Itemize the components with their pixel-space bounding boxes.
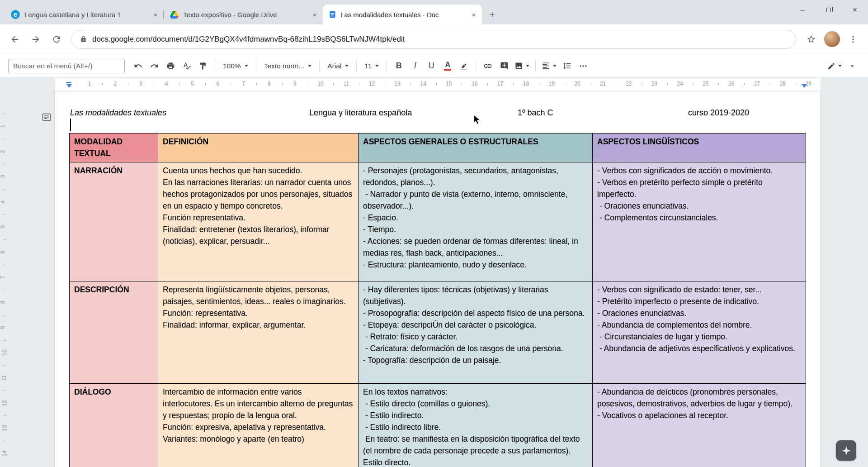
drive-favicon-icon bbox=[170, 11, 179, 19]
back-icon bbox=[10, 34, 20, 44]
chevron-down-icon bbox=[553, 65, 557, 67]
line-spacing-button[interactable] bbox=[559, 58, 575, 74]
table-row-descripcion: DESCRIPCIÓN Representa lingüísticamente … bbox=[70, 281, 806, 384]
undo-button[interactable] bbox=[130, 58, 146, 74]
cell-general[interactable]: - Personajes (protagonistas, secundarios… bbox=[359, 162, 593, 281]
doc-course-text[interactable]: curso 2019-2020 bbox=[688, 107, 749, 119]
window-minimize-button[interactable]: – bbox=[789, 0, 816, 20]
header-aspectos-linguisticos[interactable]: ASPECTOS LINGÜÍSTICOS bbox=[593, 133, 806, 162]
vertical-ruler: 1234567891011121314 bbox=[0, 91, 9, 467]
cell-definition[interactable]: Cuenta unos hechos que han sucedido. En … bbox=[158, 162, 359, 281]
address-bar[interactable]: docs.google.com/document/d/1G2YBgQX4v4fd… bbox=[71, 30, 796, 49]
more-options-button[interactable] bbox=[576, 58, 591, 74]
text-color-button[interactable]: A bbox=[440, 58, 455, 74]
chevron-collapse-icon bbox=[848, 62, 856, 70]
explore-button[interactable] bbox=[836, 440, 856, 461]
left-indent-marker[interactable] bbox=[66, 84, 72, 88]
cell-linguistic[interactable]: - Abundancia de deícticos (pronombres pe… bbox=[593, 384, 806, 467]
back-button[interactable] bbox=[5, 30, 24, 49]
new-tab-button[interactable]: + bbox=[486, 8, 499, 21]
document-canvas: 1234567891011121314 Las modalidades text… bbox=[0, 91, 868, 467]
cell-definition[interactable]: Representa lingüísticamente objetos, per… bbox=[158, 281, 359, 384]
tab-title: Texto expositivo - Google Drive bbox=[183, 11, 306, 19]
line-spacing-icon bbox=[563, 62, 571, 70]
zoom-select[interactable]: 100% bbox=[219, 58, 252, 74]
header-aspectos-generales[interactable]: ASPECTOS GENERALES O ESTRUCTURALES bbox=[359, 133, 593, 162]
tab-close-icon[interactable]: × bbox=[310, 10, 319, 19]
cell-linguistic[interactable]: - Verbos con significados de acción o mo… bbox=[593, 162, 806, 281]
font-size-select[interactable]: 11 bbox=[361, 58, 382, 74]
doc-title-text[interactable]: Las modalidades textuales bbox=[70, 107, 166, 119]
pencil-icon bbox=[827, 62, 835, 70]
add-comment-icon bbox=[500, 62, 509, 70]
hide-menus-button[interactable] bbox=[844, 58, 860, 74]
font-size-value: 11 bbox=[364, 62, 372, 70]
insert-image-button[interactable] bbox=[513, 58, 531, 74]
browser-menu-button[interactable] bbox=[844, 30, 863, 49]
window-close-button[interactable]: × bbox=[842, 0, 868, 20]
page[interactable]: Las modalidades textuales Lengua y liter… bbox=[55, 91, 821, 467]
cell-general[interactable]: En los textos narrativos: - Estilo direc… bbox=[359, 384, 593, 467]
forward-button[interactable] bbox=[26, 30, 45, 49]
highlight-color-button[interactable] bbox=[456, 58, 472, 74]
profile-avatar[interactable] bbox=[824, 31, 840, 47]
redo-button[interactable] bbox=[146, 58, 162, 74]
add-comment-button[interactable] bbox=[496, 58, 512, 74]
reload-button[interactable] bbox=[47, 30, 66, 49]
tab-close-icon[interactable]: × bbox=[151, 10, 160, 19]
window-controls: – × bbox=[789, 0, 868, 20]
document-outline-icon bbox=[41, 112, 52, 123]
tab-lengua-castellana[interactable]: e Lengua castellana y Literatura 1 × bbox=[5, 5, 164, 24]
print-button[interactable] bbox=[163, 58, 178, 74]
bookmark-button[interactable] bbox=[802, 30, 821, 49]
bold-button[interactable]: B bbox=[391, 58, 406, 74]
horizontal-ruler: 1234567891011121314151617181920212223242… bbox=[0, 78, 868, 91]
cell-linguistic[interactable]: - Verbos con significado de estado: tene… bbox=[593, 281, 806, 384]
tab-strip: e Lengua castellana y Literatura 1 × Tex… bbox=[0, 0, 868, 24]
chevron-down-icon bbox=[838, 65, 842, 67]
editing-mode-button[interactable] bbox=[826, 58, 844, 74]
image-icon bbox=[514, 62, 523, 70]
align-button[interactable] bbox=[540, 58, 558, 74]
browser-toolbar: docs.google.com/document/d/1G2YBgQX4v4fd… bbox=[0, 24, 868, 54]
doc-group-text[interactable]: 1º bach C bbox=[518, 107, 553, 119]
paint-roller-icon bbox=[199, 62, 207, 70]
font-family-select[interactable]: Arial bbox=[324, 58, 352, 74]
tab-las-modalidades-textuales[interactable]: Las modalidades textuales - Doc × bbox=[323, 5, 482, 24]
paint-format-button[interactable] bbox=[195, 58, 211, 74]
underline-button[interactable]: U bbox=[424, 58, 439, 74]
chevron-down-icon bbox=[375, 65, 379, 67]
paragraph-style-select[interactable]: Texto norm... bbox=[260, 58, 316, 74]
tab-title: Lengua castellana y Literatura 1 bbox=[24, 11, 146, 19]
cell-modality[interactable]: NARRACIÓN bbox=[70, 162, 158, 281]
toolbar-separator bbox=[535, 60, 536, 72]
cell-definition[interactable]: Intercambio de información entre varios … bbox=[158, 384, 359, 467]
header-definicion[interactable]: DEFINICIÓN bbox=[158, 133, 359, 162]
spellcheck-button[interactable] bbox=[179, 58, 194, 74]
insert-link-button[interactable] bbox=[480, 58, 495, 74]
chevron-down-icon bbox=[308, 65, 311, 67]
tab-close-icon[interactable]: × bbox=[469, 10, 478, 19]
header-modalidad[interactable]: MODALIDAD TEXTUAL bbox=[70, 133, 158, 162]
forward-icon bbox=[31, 34, 41, 44]
first-line-indent-marker[interactable] bbox=[66, 82, 71, 83]
tab-google-drive[interactable]: Texto expositivo - Google Drive × bbox=[164, 5, 323, 24]
italic-button[interactable]: I bbox=[407, 58, 423, 74]
print-icon bbox=[166, 62, 175, 70]
chevron-down-icon bbox=[245, 65, 248, 67]
window-restore-button[interactable] bbox=[816, 0, 842, 20]
cell-modality[interactable]: DIÁLOGO bbox=[70, 384, 158, 467]
show-outline-button[interactable] bbox=[40, 110, 53, 124]
doc-subject-text[interactable]: Lengua y literatura española bbox=[309, 107, 412, 119]
table-row-narracion: NARRACIÓN Cuenta unos hechos que han suc… bbox=[70, 162, 806, 281]
star-icon bbox=[807, 34, 816, 44]
chevron-down-icon bbox=[526, 65, 529, 67]
cell-modality[interactable]: DESCRIPCIÓN bbox=[70, 281, 158, 384]
link-icon bbox=[483, 62, 492, 71]
toolbar-separator bbox=[319, 60, 320, 72]
cell-general[interactable]: - Hay diferentes tipos: técnicas (objeti… bbox=[359, 281, 593, 384]
toolbar-separator bbox=[256, 60, 256, 72]
restore-icon bbox=[826, 8, 831, 12]
align-left-icon bbox=[542, 62, 550, 70]
menu-search-input[interactable] bbox=[8, 59, 125, 73]
